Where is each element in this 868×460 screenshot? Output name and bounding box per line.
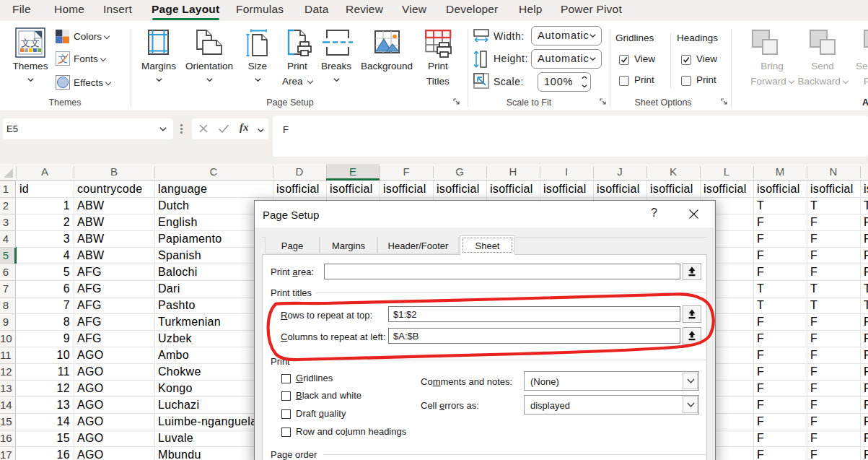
svg-text:文文: 文文 xyxy=(21,38,40,48)
